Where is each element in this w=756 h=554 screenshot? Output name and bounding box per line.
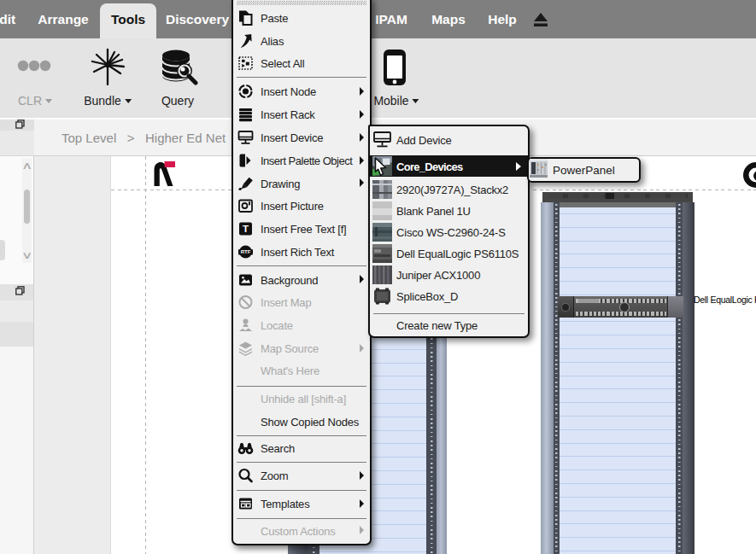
svg-text:T: T [243,224,249,234]
svg-text:RTF: RTF [241,249,251,254]
